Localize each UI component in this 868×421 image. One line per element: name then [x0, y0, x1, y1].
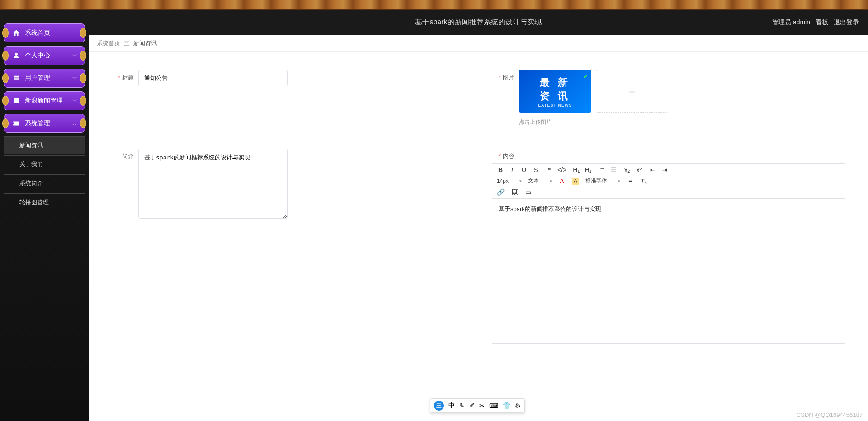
decorative-top-bar: [0, 0, 868, 10]
